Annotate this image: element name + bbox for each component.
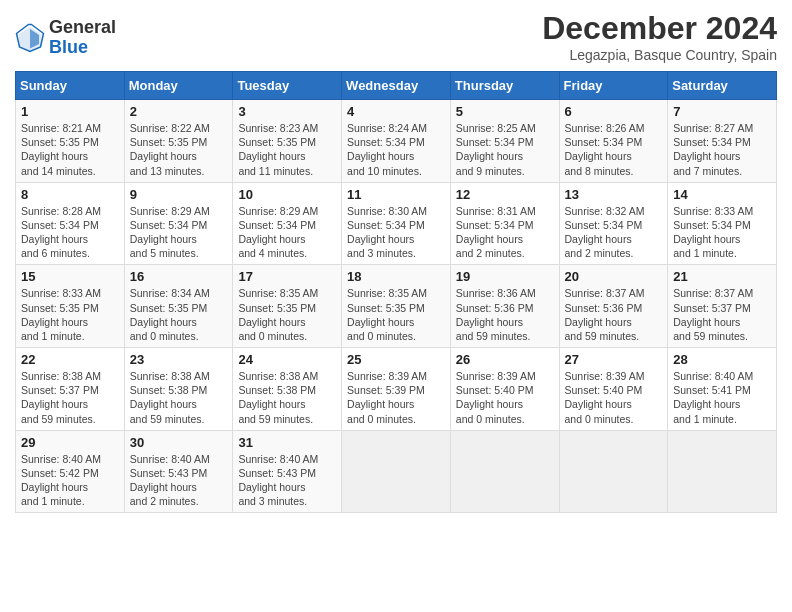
calendar-cell: 5 Sunrise: 8:25 AMSunset: 5:34 PMDayligh… bbox=[450, 100, 559, 183]
calendar-cell: 23 Sunrise: 8:38 AMSunset: 5:38 PMDaylig… bbox=[124, 348, 233, 431]
logo-general: General bbox=[49, 18, 116, 38]
day-number: 28 bbox=[673, 352, 771, 367]
header-thursday: Thursday bbox=[450, 72, 559, 100]
calendar-cell: 7 Sunrise: 8:27 AMSunset: 5:34 PMDayligh… bbox=[668, 100, 777, 183]
month-title: December 2024 bbox=[542, 10, 777, 47]
day-number: 1 bbox=[21, 104, 119, 119]
day-number: 16 bbox=[130, 269, 228, 284]
calendar-cell: 18 Sunrise: 8:35 AMSunset: 5:35 PMDaylig… bbox=[342, 265, 451, 348]
day-info: Sunrise: 8:35 AMSunset: 5:35 PMDaylight … bbox=[347, 287, 427, 342]
day-info: Sunrise: 8:25 AMSunset: 5:34 PMDaylight … bbox=[456, 122, 536, 177]
header-wednesday: Wednesday bbox=[342, 72, 451, 100]
calendar-header-row: Sunday Monday Tuesday Wednesday Thursday… bbox=[16, 72, 777, 100]
day-info: Sunrise: 8:31 AMSunset: 5:34 PMDaylight … bbox=[456, 205, 536, 260]
calendar-cell: 27 Sunrise: 8:39 AMSunset: 5:40 PMDaylig… bbox=[559, 348, 668, 431]
calendar-cell: 30 Sunrise: 8:40 AMSunset: 5:43 PMDaylig… bbox=[124, 430, 233, 513]
day-number: 11 bbox=[347, 187, 445, 202]
day-number: 20 bbox=[565, 269, 663, 284]
day-number: 29 bbox=[21, 435, 119, 450]
calendar-cell: 11 Sunrise: 8:30 AMSunset: 5:34 PMDaylig… bbox=[342, 182, 451, 265]
day-info: Sunrise: 8:26 AMSunset: 5:34 PMDaylight … bbox=[565, 122, 645, 177]
title-section: December 2024 Legazpia, Basque Country, … bbox=[542, 10, 777, 63]
day-number: 7 bbox=[673, 104, 771, 119]
calendar-cell: 21 Sunrise: 8:37 AMSunset: 5:37 PMDaylig… bbox=[668, 265, 777, 348]
calendar-cell bbox=[668, 430, 777, 513]
day-number: 5 bbox=[456, 104, 554, 119]
day-number: 10 bbox=[238, 187, 336, 202]
calendar-cell: 8 Sunrise: 8:28 AMSunset: 5:34 PMDayligh… bbox=[16, 182, 125, 265]
calendar-cell: 3 Sunrise: 8:23 AMSunset: 5:35 PMDayligh… bbox=[233, 100, 342, 183]
calendar-week-row: 22 Sunrise: 8:38 AMSunset: 5:37 PMDaylig… bbox=[16, 348, 777, 431]
day-number: 13 bbox=[565, 187, 663, 202]
day-number: 31 bbox=[238, 435, 336, 450]
day-info: Sunrise: 8:39 AMSunset: 5:40 PMDaylight … bbox=[456, 370, 536, 425]
day-info: Sunrise: 8:36 AMSunset: 5:36 PMDaylight … bbox=[456, 287, 536, 342]
day-info: Sunrise: 8:39 AMSunset: 5:39 PMDaylight … bbox=[347, 370, 427, 425]
calendar-cell: 26 Sunrise: 8:39 AMSunset: 5:40 PMDaylig… bbox=[450, 348, 559, 431]
day-info: Sunrise: 8:40 AMSunset: 5:43 PMDaylight … bbox=[130, 453, 210, 508]
day-info: Sunrise: 8:28 AMSunset: 5:34 PMDaylight … bbox=[21, 205, 101, 260]
day-number: 4 bbox=[347, 104, 445, 119]
calendar-week-row: 1 Sunrise: 8:21 AMSunset: 5:35 PMDayligh… bbox=[16, 100, 777, 183]
logo-text: General Blue bbox=[49, 18, 116, 58]
day-info: Sunrise: 8:39 AMSunset: 5:40 PMDaylight … bbox=[565, 370, 645, 425]
header-monday: Monday bbox=[124, 72, 233, 100]
header-friday: Friday bbox=[559, 72, 668, 100]
calendar-cell: 29 Sunrise: 8:40 AMSunset: 5:42 PMDaylig… bbox=[16, 430, 125, 513]
calendar-cell: 4 Sunrise: 8:24 AMSunset: 5:34 PMDayligh… bbox=[342, 100, 451, 183]
calendar-cell: 22 Sunrise: 8:38 AMSunset: 5:37 PMDaylig… bbox=[16, 348, 125, 431]
day-info: Sunrise: 8:29 AMSunset: 5:34 PMDaylight … bbox=[238, 205, 318, 260]
day-number: 3 bbox=[238, 104, 336, 119]
calendar-cell: 28 Sunrise: 8:40 AMSunset: 5:41 PMDaylig… bbox=[668, 348, 777, 431]
calendar-cell: 2 Sunrise: 8:22 AMSunset: 5:35 PMDayligh… bbox=[124, 100, 233, 183]
logo-blue: Blue bbox=[49, 38, 116, 58]
day-number: 22 bbox=[21, 352, 119, 367]
day-number: 17 bbox=[238, 269, 336, 284]
calendar-cell: 10 Sunrise: 8:29 AMSunset: 5:34 PMDaylig… bbox=[233, 182, 342, 265]
day-number: 8 bbox=[21, 187, 119, 202]
day-info: Sunrise: 8:34 AMSunset: 5:35 PMDaylight … bbox=[130, 287, 210, 342]
calendar-cell: 31 Sunrise: 8:40 AMSunset: 5:43 PMDaylig… bbox=[233, 430, 342, 513]
day-number: 30 bbox=[130, 435, 228, 450]
logo: General Blue bbox=[15, 18, 116, 58]
calendar-table: Sunday Monday Tuesday Wednesday Thursday… bbox=[15, 71, 777, 513]
day-info: Sunrise: 8:29 AMSunset: 5:34 PMDaylight … bbox=[130, 205, 210, 260]
day-info: Sunrise: 8:35 AMSunset: 5:35 PMDaylight … bbox=[238, 287, 318, 342]
logo-icon bbox=[15, 23, 45, 53]
day-number: 21 bbox=[673, 269, 771, 284]
calendar-cell: 1 Sunrise: 8:21 AMSunset: 5:35 PMDayligh… bbox=[16, 100, 125, 183]
day-number: 19 bbox=[456, 269, 554, 284]
day-number: 18 bbox=[347, 269, 445, 284]
header-saturday: Saturday bbox=[668, 72, 777, 100]
calendar-week-row: 29 Sunrise: 8:40 AMSunset: 5:42 PMDaylig… bbox=[16, 430, 777, 513]
calendar-cell: 20 Sunrise: 8:37 AMSunset: 5:36 PMDaylig… bbox=[559, 265, 668, 348]
header-tuesday: Tuesday bbox=[233, 72, 342, 100]
calendar-cell: 12 Sunrise: 8:31 AMSunset: 5:34 PMDaylig… bbox=[450, 182, 559, 265]
day-info: Sunrise: 8:38 AMSunset: 5:37 PMDaylight … bbox=[21, 370, 101, 425]
calendar-cell: 17 Sunrise: 8:35 AMSunset: 5:35 PMDaylig… bbox=[233, 265, 342, 348]
header-sunday: Sunday bbox=[16, 72, 125, 100]
day-number: 9 bbox=[130, 187, 228, 202]
page-header: General Blue December 2024 Legazpia, Bas… bbox=[15, 10, 777, 63]
calendar-cell bbox=[559, 430, 668, 513]
calendar-cell bbox=[450, 430, 559, 513]
day-number: 15 bbox=[21, 269, 119, 284]
day-info: Sunrise: 8:22 AMSunset: 5:35 PMDaylight … bbox=[130, 122, 210, 177]
day-info: Sunrise: 8:37 AMSunset: 5:37 PMDaylight … bbox=[673, 287, 753, 342]
calendar-cell: 19 Sunrise: 8:36 AMSunset: 5:36 PMDaylig… bbox=[450, 265, 559, 348]
calendar-cell bbox=[342, 430, 451, 513]
day-number: 14 bbox=[673, 187, 771, 202]
calendar-cell: 15 Sunrise: 8:33 AMSunset: 5:35 PMDaylig… bbox=[16, 265, 125, 348]
day-info: Sunrise: 8:21 AMSunset: 5:35 PMDaylight … bbox=[21, 122, 101, 177]
location-subtitle: Legazpia, Basque Country, Spain bbox=[542, 47, 777, 63]
day-number: 27 bbox=[565, 352, 663, 367]
day-info: Sunrise: 8:33 AMSunset: 5:35 PMDaylight … bbox=[21, 287, 101, 342]
day-info: Sunrise: 8:37 AMSunset: 5:36 PMDaylight … bbox=[565, 287, 645, 342]
calendar-week-row: 8 Sunrise: 8:28 AMSunset: 5:34 PMDayligh… bbox=[16, 182, 777, 265]
calendar-cell: 25 Sunrise: 8:39 AMSunset: 5:39 PMDaylig… bbox=[342, 348, 451, 431]
calendar-cell: 14 Sunrise: 8:33 AMSunset: 5:34 PMDaylig… bbox=[668, 182, 777, 265]
day-info: Sunrise: 8:30 AMSunset: 5:34 PMDaylight … bbox=[347, 205, 427, 260]
calendar-cell: 24 Sunrise: 8:38 AMSunset: 5:38 PMDaylig… bbox=[233, 348, 342, 431]
day-number: 6 bbox=[565, 104, 663, 119]
day-info: Sunrise: 8:38 AMSunset: 5:38 PMDaylight … bbox=[130, 370, 210, 425]
